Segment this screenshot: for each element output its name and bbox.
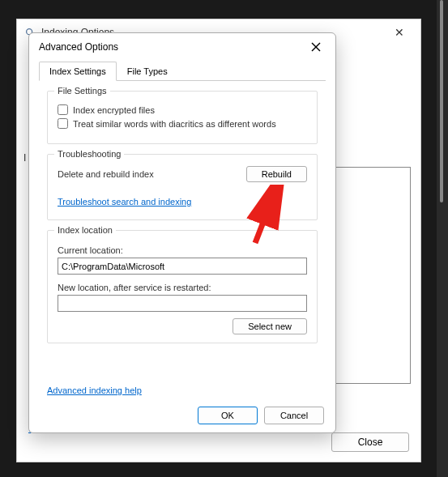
delete-rebuild-label: Delete and rebuild index xyxy=(58,169,154,179)
troubleshooting-group: Troubleshooting Delete and rebuild index… xyxy=(47,154,318,220)
parent-close-button[interactable]: ✕ xyxy=(385,22,414,43)
troubleshoot-search-link[interactable]: Troubleshoot search and indexing xyxy=(58,197,191,207)
dialog-button-row: OK Cancel xyxy=(198,407,324,424)
page-scrollbar[interactable] xyxy=(437,0,448,477)
current-location-label: Current location: xyxy=(58,245,307,255)
dialog-title: Advanced Options xyxy=(39,41,118,53)
diacritics-checkbox[interactable] xyxy=(58,118,68,129)
scrollbar-thumb[interactable] xyxy=(440,0,443,202)
file-settings-legend: File Settings xyxy=(54,86,110,96)
current-location-field[interactable] xyxy=(58,258,307,275)
dialog-header: Advanced Options xyxy=(29,33,335,61)
troubleshooting-legend: Troubleshooting xyxy=(54,149,124,159)
tab-file-types[interactable]: File Types xyxy=(117,62,178,81)
index-location-group: Index location Current location: New loc… xyxy=(47,230,318,343)
parent-close-footer-button[interactable]: Close xyxy=(331,432,409,452)
advanced-indexing-help-link[interactable]: Advanced indexing help xyxy=(47,385,142,395)
index-encrypted-files-label: Index encrypted files xyxy=(73,105,155,115)
new-location-label: New location, after service is restarted… xyxy=(58,283,307,292)
tab-index-settings[interactable]: Index Settings xyxy=(39,62,117,81)
ok-button[interactable]: OK xyxy=(198,407,258,424)
advanced-options-dialog: Advanced Options Index Settings File Typ… xyxy=(28,32,336,433)
index-encrypted-files-checkbox[interactable] xyxy=(58,104,68,115)
rebuild-button[interactable]: Rebuild xyxy=(246,166,307,182)
parent-side-text: I xyxy=(23,152,26,164)
diacritics-label: Treat similar words with diacritics as d… xyxy=(73,119,276,129)
new-location-field[interactable] xyxy=(58,295,307,312)
select-new-button[interactable]: Select new xyxy=(233,318,307,334)
cancel-button[interactable]: Cancel xyxy=(264,407,324,424)
file-settings-group: File Settings Index encrypted files Trea… xyxy=(47,91,318,144)
tab-strip: Index Settings File Types xyxy=(39,61,326,81)
close-icon[interactable] xyxy=(306,37,326,57)
index-location-legend: Index location xyxy=(54,225,116,235)
